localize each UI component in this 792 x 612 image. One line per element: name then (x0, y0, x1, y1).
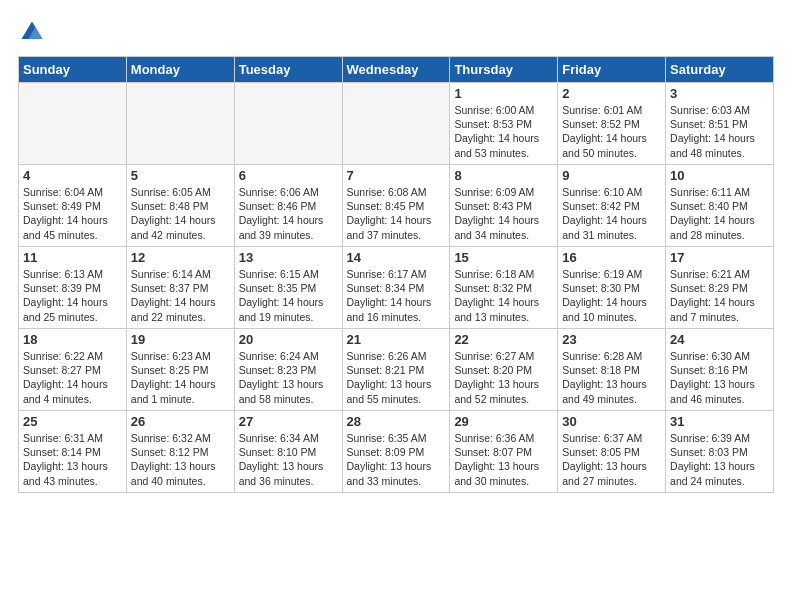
day-info: Sunrise: 6:04 AM Sunset: 8:49 PM Dayligh… (23, 185, 122, 242)
day-info: Sunrise: 6:24 AM Sunset: 8:23 PM Dayligh… (239, 349, 338, 406)
day-cell: 10Sunrise: 6:11 AM Sunset: 8:40 PM Dayli… (666, 165, 774, 247)
day-cell: 22Sunrise: 6:27 AM Sunset: 8:20 PM Dayli… (450, 329, 558, 411)
header-cell-sunday: Sunday (19, 57, 127, 83)
day-cell: 14Sunrise: 6:17 AM Sunset: 8:34 PM Dayli… (342, 247, 450, 329)
week-row-2: 4Sunrise: 6:04 AM Sunset: 8:49 PM Daylig… (19, 165, 774, 247)
day-cell: 2Sunrise: 6:01 AM Sunset: 8:52 PM Daylig… (558, 83, 666, 165)
day-info: Sunrise: 6:28 AM Sunset: 8:18 PM Dayligh… (562, 349, 661, 406)
header-cell-wednesday: Wednesday (342, 57, 450, 83)
day-number: 11 (23, 250, 122, 265)
day-cell: 28Sunrise: 6:35 AM Sunset: 8:09 PM Dayli… (342, 411, 450, 493)
day-cell: 11Sunrise: 6:13 AM Sunset: 8:39 PM Dayli… (19, 247, 127, 329)
day-info: Sunrise: 6:34 AM Sunset: 8:10 PM Dayligh… (239, 431, 338, 488)
day-cell: 26Sunrise: 6:32 AM Sunset: 8:12 PM Dayli… (126, 411, 234, 493)
day-number: 25 (23, 414, 122, 429)
day-number: 13 (239, 250, 338, 265)
day-cell: 19Sunrise: 6:23 AM Sunset: 8:25 PM Dayli… (126, 329, 234, 411)
day-number: 15 (454, 250, 553, 265)
day-cell: 6Sunrise: 6:06 AM Sunset: 8:46 PM Daylig… (234, 165, 342, 247)
day-number: 27 (239, 414, 338, 429)
day-info: Sunrise: 6:17 AM Sunset: 8:34 PM Dayligh… (347, 267, 446, 324)
day-info: Sunrise: 6:19 AM Sunset: 8:30 PM Dayligh… (562, 267, 661, 324)
day-number: 8 (454, 168, 553, 183)
day-number: 16 (562, 250, 661, 265)
day-info: Sunrise: 6:01 AM Sunset: 8:52 PM Dayligh… (562, 103, 661, 160)
day-number: 17 (670, 250, 769, 265)
day-cell: 31Sunrise: 6:39 AM Sunset: 8:03 PM Dayli… (666, 411, 774, 493)
day-cell: 12Sunrise: 6:14 AM Sunset: 8:37 PM Dayli… (126, 247, 234, 329)
day-cell: 15Sunrise: 6:18 AM Sunset: 8:32 PM Dayli… (450, 247, 558, 329)
day-number: 12 (131, 250, 230, 265)
day-number: 21 (347, 332, 446, 347)
day-number: 5 (131, 168, 230, 183)
logo (18, 18, 50, 46)
day-info: Sunrise: 6:26 AM Sunset: 8:21 PM Dayligh… (347, 349, 446, 406)
day-cell: 13Sunrise: 6:15 AM Sunset: 8:35 PM Dayli… (234, 247, 342, 329)
header (18, 18, 774, 46)
day-cell: 27Sunrise: 6:34 AM Sunset: 8:10 PM Dayli… (234, 411, 342, 493)
day-number: 28 (347, 414, 446, 429)
day-info: Sunrise: 6:14 AM Sunset: 8:37 PM Dayligh… (131, 267, 230, 324)
day-number: 9 (562, 168, 661, 183)
day-info: Sunrise: 6:35 AM Sunset: 8:09 PM Dayligh… (347, 431, 446, 488)
week-row-4: 18Sunrise: 6:22 AM Sunset: 8:27 PM Dayli… (19, 329, 774, 411)
day-cell: 30Sunrise: 6:37 AM Sunset: 8:05 PM Dayli… (558, 411, 666, 493)
day-info: Sunrise: 6:00 AM Sunset: 8:53 PM Dayligh… (454, 103, 553, 160)
day-cell (234, 83, 342, 165)
header-cell-saturday: Saturday (666, 57, 774, 83)
header-cell-monday: Monday (126, 57, 234, 83)
day-number: 14 (347, 250, 446, 265)
day-cell: 7Sunrise: 6:08 AM Sunset: 8:45 PM Daylig… (342, 165, 450, 247)
day-info: Sunrise: 6:32 AM Sunset: 8:12 PM Dayligh… (131, 431, 230, 488)
header-cell-tuesday: Tuesday (234, 57, 342, 83)
day-info: Sunrise: 6:37 AM Sunset: 8:05 PM Dayligh… (562, 431, 661, 488)
day-number: 18 (23, 332, 122, 347)
day-cell: 9Sunrise: 6:10 AM Sunset: 8:42 PM Daylig… (558, 165, 666, 247)
day-number: 6 (239, 168, 338, 183)
week-row-1: 1Sunrise: 6:00 AM Sunset: 8:53 PM Daylig… (19, 83, 774, 165)
day-info: Sunrise: 6:10 AM Sunset: 8:42 PM Dayligh… (562, 185, 661, 242)
day-cell: 17Sunrise: 6:21 AM Sunset: 8:29 PM Dayli… (666, 247, 774, 329)
day-number: 20 (239, 332, 338, 347)
day-cell: 21Sunrise: 6:26 AM Sunset: 8:21 PM Dayli… (342, 329, 450, 411)
day-info: Sunrise: 6:22 AM Sunset: 8:27 PM Dayligh… (23, 349, 122, 406)
day-number: 23 (562, 332, 661, 347)
day-info: Sunrise: 6:06 AM Sunset: 8:46 PM Dayligh… (239, 185, 338, 242)
day-number: 2 (562, 86, 661, 101)
day-info: Sunrise: 6:18 AM Sunset: 8:32 PM Dayligh… (454, 267, 553, 324)
calendar-table: SundayMondayTuesdayWednesdayThursdayFrid… (18, 56, 774, 493)
day-info: Sunrise: 6:05 AM Sunset: 8:48 PM Dayligh… (131, 185, 230, 242)
day-number: 1 (454, 86, 553, 101)
day-cell: 16Sunrise: 6:19 AM Sunset: 8:30 PM Dayli… (558, 247, 666, 329)
day-info: Sunrise: 6:13 AM Sunset: 8:39 PM Dayligh… (23, 267, 122, 324)
day-cell: 25Sunrise: 6:31 AM Sunset: 8:14 PM Dayli… (19, 411, 127, 493)
day-number: 3 (670, 86, 769, 101)
calendar-body: 1Sunrise: 6:00 AM Sunset: 8:53 PM Daylig… (19, 83, 774, 493)
day-number: 31 (670, 414, 769, 429)
header-cell-thursday: Thursday (450, 57, 558, 83)
day-info: Sunrise: 6:03 AM Sunset: 8:51 PM Dayligh… (670, 103, 769, 160)
day-number: 22 (454, 332, 553, 347)
header-cell-friday: Friday (558, 57, 666, 83)
day-info: Sunrise: 6:36 AM Sunset: 8:07 PM Dayligh… (454, 431, 553, 488)
day-cell: 5Sunrise: 6:05 AM Sunset: 8:48 PM Daylig… (126, 165, 234, 247)
day-cell (126, 83, 234, 165)
page: SundayMondayTuesdayWednesdayThursdayFrid… (0, 0, 792, 508)
day-info: Sunrise: 6:15 AM Sunset: 8:35 PM Dayligh… (239, 267, 338, 324)
day-number: 10 (670, 168, 769, 183)
day-number: 4 (23, 168, 122, 183)
logo-icon (18, 18, 46, 46)
day-cell: 4Sunrise: 6:04 AM Sunset: 8:49 PM Daylig… (19, 165, 127, 247)
day-info: Sunrise: 6:30 AM Sunset: 8:16 PM Dayligh… (670, 349, 769, 406)
week-row-5: 25Sunrise: 6:31 AM Sunset: 8:14 PM Dayli… (19, 411, 774, 493)
week-row-3: 11Sunrise: 6:13 AM Sunset: 8:39 PM Dayli… (19, 247, 774, 329)
day-cell: 18Sunrise: 6:22 AM Sunset: 8:27 PM Dayli… (19, 329, 127, 411)
day-number: 7 (347, 168, 446, 183)
day-cell: 24Sunrise: 6:30 AM Sunset: 8:16 PM Dayli… (666, 329, 774, 411)
day-cell (19, 83, 127, 165)
day-info: Sunrise: 6:08 AM Sunset: 8:45 PM Dayligh… (347, 185, 446, 242)
day-info: Sunrise: 6:39 AM Sunset: 8:03 PM Dayligh… (670, 431, 769, 488)
day-cell (342, 83, 450, 165)
day-cell: 29Sunrise: 6:36 AM Sunset: 8:07 PM Dayli… (450, 411, 558, 493)
calendar-header: SundayMondayTuesdayWednesdayThursdayFrid… (19, 57, 774, 83)
